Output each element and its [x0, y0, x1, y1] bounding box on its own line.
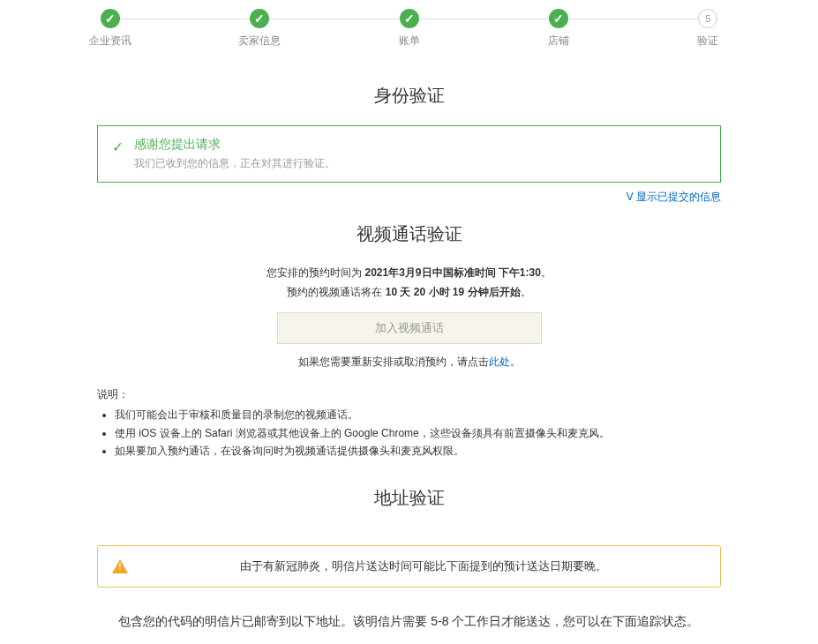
list-item: 我们可能会出于审核和质量目的录制您的视频通话。: [115, 406, 721, 423]
progress-stepper: ✓ 企业资讯 ✓ 卖家信息 ✓ 账单 ✓ 店铺 5 验证: [0, 0, 818, 66]
list-item: 如果要加入预约通话，在设备询问时为视频通话提供摄像头和麦克风权限。: [115, 442, 721, 460]
step-billing: ✓ 账单: [334, 9, 484, 49]
step-seller: ✓ 卖家信息: [184, 9, 334, 49]
step-company: ✓ 企业资讯: [35, 9, 184, 49]
step-label: 卖家信息: [238, 34, 281, 49]
reschedule-text: 如果您需要重新安排或取消预约，请点击此处。: [97, 355, 721, 370]
notes-title: 说明：: [97, 387, 721, 402]
success-subtext: 我们已收到您的信息，正在对其进行验证。: [134, 156, 706, 171]
check-icon: ✓: [101, 9, 120, 28]
warning-icon: [112, 559, 128, 573]
step-verify: 5 验证: [634, 9, 783, 49]
video-title: 视频通话验证: [0, 222, 818, 246]
notes-list: 我们可能会出于审核和质量目的录制您的视频通话。 使用 iOS 设备上的 Safa…: [115, 406, 721, 460]
reschedule-link[interactable]: 此处: [489, 356, 510, 368]
success-banner: ✓ 感谢您提出请求 我们已收到您的信息，正在对其进行验证。: [97, 125, 721, 183]
join-video-button[interactable]: 加入视频通话: [277, 312, 542, 344]
step-label: 店铺: [548, 34, 569, 49]
list-item: 使用 iOS 设备上的 Safari 浏览器或其他设备上的 Google Chr…: [115, 424, 721, 442]
covid-warning: 由于有新冠肺炎，明信片送达时间可能比下面提到的预计送达日期要晚。: [97, 545, 721, 588]
step-label: 账单: [399, 34, 420, 49]
address-description: 包含您的代码的明信片已邮寄到以下地址。该明信片需要 5-8 个工作日才能送达，您…: [97, 614, 721, 630]
step-label: 企业资讯: [89, 34, 131, 49]
step-store: ✓ 店铺: [484, 9, 633, 49]
check-icon: ✓: [549, 9, 568, 28]
step-label: 验证: [697, 34, 718, 49]
address-title: 地址验证: [97, 486, 721, 510]
show-submitted-link[interactable]: V 显示已提交的信息: [627, 191, 721, 203]
check-icon: ✓: [250, 9, 269, 28]
warning-text: 由于有新冠肺炎，明信片送达时间可能比下面提到的预计送达日期要晚。: [140, 558, 706, 574]
video-schedule-text: 您安排的预约时间为 2021年3月9日中国标准时间 下午1:30。 预约的视频通…: [97, 264, 721, 302]
check-icon: ✓: [400, 9, 419, 28]
success-title: 感谢您提出请求: [134, 137, 706, 153]
identity-title: 身份验证: [0, 84, 818, 108]
pending-step-icon: 5: [698, 9, 717, 28]
check-icon: ✓: [112, 139, 124, 155]
